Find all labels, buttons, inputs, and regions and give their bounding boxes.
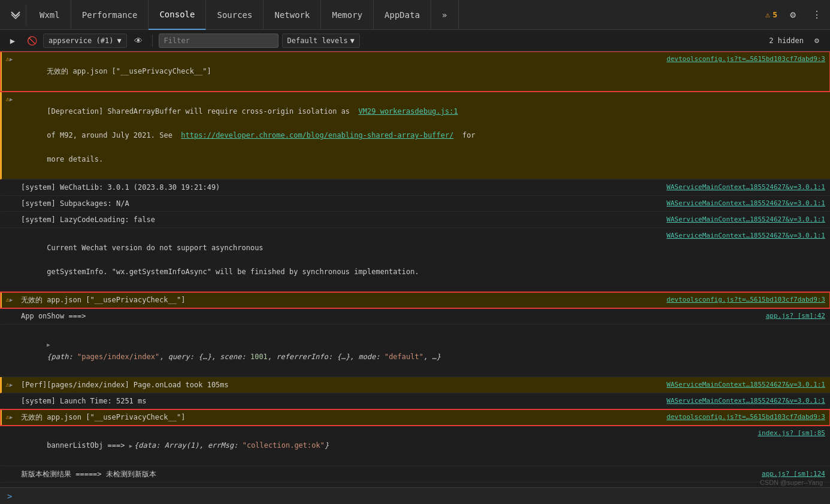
row-source[interactable]: devtoolsconfig.js?t=…5615bd103cf7dabd9:3: [638, 410, 830, 424]
row-content: 无效的 app.json ["__usePrivacyCheck__"]: [19, 410, 638, 424]
warning-icon: ⚠ ▶: [2, 293, 19, 306]
tab-bar-right: ⚠ 5 ⚙ ⋮: [765, 7, 825, 23]
row-icon-empty: [2, 309, 19, 310]
console-row: ▶ {path: "pages/index/index", query: {…}…: [0, 324, 830, 377]
row-content: bannerListObj ===> ▶{data: Array(1), err…: [19, 426, 638, 465]
more-button[interactable]: ⋮: [808, 7, 825, 23]
row-icon-empty: [2, 467, 19, 468]
row-content: [Deprecation] SharedArrayBuffer will req…: [19, 92, 638, 178]
row-source[interactable]: WAServiceMainContext…185524627&v=3.0.1:1: [638, 394, 830, 408]
row-content: [system] WeChatLib: 3.0.1 (2023.8.30 19:…: [19, 180, 638, 195]
row-content: [Perf][pages/index/index] Page.onLoad to…: [19, 378, 638, 392]
play-button[interactable]: ▶: [5, 33, 20, 48]
tab-memory[interactable]: Memory: [321, 0, 374, 30]
hidden-count-text: 2 hidden: [769, 37, 804, 45]
row-content: ▶ {path: "pages/index/index", query: {…}…: [19, 325, 638, 376]
tab-bar: Wxml Performance Console Sources Network…: [0, 0, 830, 30]
context-dropdown-icon: ▼: [117, 37, 121, 45]
row-content: 新版本检测结果 =====> 未检测到新版本: [19, 467, 638, 481]
warning-icon: ⚠: [765, 10, 770, 19]
row-source[interactable]: devtoolsconfig.js?t=…5615bd103cf7dabd9:3: [638, 52, 830, 66]
console-row: Current Wechat version do not support as…: [0, 228, 830, 292]
toolbar-separator: [152, 35, 153, 47]
expand-arrow[interactable]: ▶: [47, 342, 50, 348]
console-row: [system] Subpackages: N/A WAServiceMainC…: [0, 196, 830, 212]
row-content: [system] Subpackages: N/A: [19, 196, 638, 211]
context-label: appservice (#1): [49, 37, 113, 45]
level-label: Default levels: [287, 37, 348, 45]
expand-arrow[interactable]: ▶: [10, 411, 13, 423]
tab-console[interactable]: Console: [149, 0, 206, 30]
eye-button[interactable]: 👁: [131, 33, 146, 48]
row-icon-empty: [2, 180, 19, 181]
expand-arrow[interactable]: ▶: [10, 379, 13, 391]
row-source[interactable]: WAServiceMainContext…185524627&v=3.0.1:1: [638, 180, 830, 195]
console-row: [system] WeChatLib: 3.0.1 (2023.8.30 19:…: [0, 180, 830, 196]
console-area: ⚠ ▶ 无效的 app.json ["__usePrivacyCheck__"]…: [0, 51, 830, 487]
devtools-icon[interactable]: [5, 4, 26, 26]
expand-arrow[interactable]: ▶: [129, 443, 132, 449]
console-row: 新版本检测结果 =====> 未检测到新版本 app.js? [sm]:124: [0, 466, 830, 482]
vm-link[interactable]: VM29 workerasdebug.js:1: [359, 107, 458, 116]
warning-icon: ⚠ ▶: [2, 92, 19, 105]
row-source[interactable]: WAServiceMainContext…185524627&v=3.0.1:1: [638, 229, 830, 243]
row-icon-empty: [2, 426, 19, 427]
warning-badge: ⚠ 5: [765, 10, 777, 19]
console-row: [system] LazyCodeLoading: false WAServic…: [0, 212, 830, 228]
warning-count: 5: [773, 10, 777, 19]
block-button[interactable]: 🚫: [24, 33, 40, 48]
console-row: ⚠ ▶ 无效的 app.json ["__usePrivacyCheck__"]…: [0, 51, 830, 92]
hidden-count-area: 2 hidden ⚙: [769, 32, 825, 49]
row-content: Current Wechat version do not support as…: [19, 229, 638, 291]
row-content: 无效的 app.json ["__usePrivacyCheck__"]: [19, 52, 638, 90]
row-source[interactable]: WAServiceMainContext…185524627&v=3.0.1:1: [638, 378, 830, 392]
row-source: [638, 92, 830, 95]
row-icon-empty: [2, 325, 19, 326]
row-content: App onShow ===>: [19, 309, 638, 323]
context-select[interactable]: appservice (#1) ▼: [43, 34, 127, 48]
row-source: [638, 325, 830, 327]
tab-performance[interactable]: Performance: [71, 0, 149, 30]
console-row: App onShow ===> app.js? [sm]:42: [0, 308, 830, 324]
row-source[interactable]: app.js? [sm]:42: [638, 309, 830, 323]
tab-more[interactable]: »: [431, 0, 458, 30]
row-icon-empty: [2, 212, 19, 214]
row-content: [system] Launch Time: 5251 ms: [19, 394, 638, 408]
console-row: ⚠ ▶ 无效的 app.json ["__usePrivacyCheck__"]…: [0, 292, 830, 308]
watermark: CSDN @super--Yang: [760, 479, 823, 486]
console-row: ⚠ ▶ 无效的 app.json ["__usePrivacyCheck__"]…: [0, 409, 830, 426]
console-row: [system] Launch Time: 5251 ms WAServiceM…: [0, 393, 830, 409]
tab-appdata[interactable]: AppData: [374, 0, 431, 30]
chrome-link[interactable]: https://developer.chrome.com/blog/enabli…: [181, 131, 453, 139]
row-source[interactable]: WAServiceMainContext…185524627&v=3.0.1:1: [638, 196, 830, 211]
row-icon-empty: [2, 394, 19, 395]
row-icon-empty: [2, 196, 19, 198]
warning-icon: ⚠ ▶: [2, 52, 19, 65]
level-dropdown-icon: ▼: [350, 37, 355, 45]
hidden-settings-button[interactable]: ⚙: [808, 32, 825, 49]
settings-button[interactable]: ⚙: [784, 7, 801, 23]
row-content: 无效的 app.json ["__usePrivacyCheck__"]: [19, 293, 638, 307]
row-content: [system] LazyCodeLoading: false: [19, 212, 638, 227]
console-row: ⚠ ▶ [Deprecation] SharedArrayBuffer will…: [0, 92, 830, 180]
row-source[interactable]: devtoolsconfig.js?t=…5615bd103cf7dabd9:3: [638, 293, 830, 307]
warning-icon: ⚠ ▶: [2, 410, 19, 423]
tab-network[interactable]: Network: [263, 0, 321, 30]
row-icon-empty: [2, 229, 19, 230]
row-source[interactable]: index.js? [sm]:85: [638, 426, 830, 441]
bottom-bar: >: [0, 487, 830, 504]
level-select[interactable]: Default levels ▼: [282, 34, 360, 48]
console-toolbar: ▶ 🚫 appservice (#1) ▼ 👁 Default levels ▼…: [0, 30, 830, 51]
tab-sources[interactable]: Sources: [206, 0, 263, 30]
console-row: bannerListObj ===> ▶{data: Array(1), err…: [0, 426, 830, 466]
console-row: ⚠ ▶ [Perf][pages/index/index] Page.onLoa…: [0, 377, 830, 393]
expand-arrow[interactable]: ▶: [10, 93, 13, 105]
expand-arrow[interactable]: ▶: [10, 53, 13, 65]
tab-wxml[interactable]: Wxml: [29, 0, 71, 30]
warning-icon: ⚠ ▶: [2, 378, 19, 391]
prompt-symbol[interactable]: >: [7, 491, 12, 501]
row-source[interactable]: WAServiceMainContext…185524627&v=3.0.1:1: [638, 212, 830, 227]
filter-input[interactable]: [159, 34, 278, 48]
expand-arrow[interactable]: ▶: [10, 294, 13, 306]
